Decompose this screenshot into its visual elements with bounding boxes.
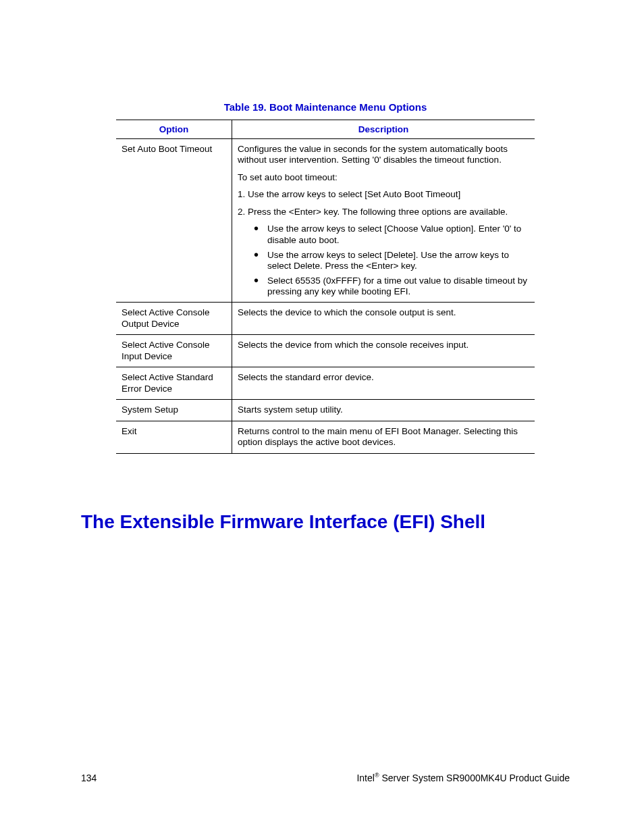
bullet-item: Select 65535 (0xFFFF) for a time out val… [254,276,529,297]
header-description: Description [232,120,535,139]
footer-brand: Intel [356,773,374,783]
cell-option: Exit [116,421,232,453]
page-number: 134 [81,773,97,783]
section-heading: The Extensible Firmware Interface (EFI) … [81,511,570,533]
desc-text: 2. Press the <Enter> key. The following … [238,207,529,217]
table-caption: Table 19. Boot Maintenance Menu Options [81,101,570,113]
page: Table 19. Boot Maintenance Menu Options … [0,0,644,834]
cell-description: Selects the standard error device. [232,367,535,400]
cell-option: System Setup [116,400,232,421]
desc-text: To set auto boot timeout: [238,172,529,183]
registered-icon: ® [375,772,379,779]
cell-option: Select Active Standard Error Device [116,367,232,400]
cell-option: Set Auto Boot Timeout [116,139,232,303]
cell-description: Configures the value in seconds for the … [232,139,535,303]
table-row: Set Auto Boot Timeout Configures the val… [116,139,535,303]
table-row: System Setup Starts system setup utility… [116,400,535,421]
desc-text: 1. Use the arrow keys to select [Set Aut… [238,189,529,200]
cell-description: Starts system setup utility. [232,400,535,421]
header-option: Option [116,120,232,139]
bullet-list: Use the arrow keys to select [Choose Val… [238,224,529,297]
page-footer: 134 Intel® Server System SR9000MK4U Prod… [81,772,570,783]
table-row: Select Active Console Input Device Selec… [116,335,535,367]
desc-text: Configures the value in seconds for the … [238,144,529,166]
table-row: Select Active Standard Error Device Sele… [116,367,535,400]
cell-description: Returns control to the main menu of EFI … [232,421,535,453]
bullet-item: Use the arrow keys to select [Delete]. U… [254,250,529,271]
table-row: Exit Returns control to the main menu of… [116,421,535,453]
table-row: Select Active Console Output Device Sele… [116,303,535,335]
cell-option: Select Active Console Output Device [116,303,232,335]
table-header-row: Option Description [116,120,535,139]
cell-description: Selects the device to which the console … [232,303,535,335]
footer-product: Intel® Server System SR9000MK4U Product … [356,772,570,783]
bullet-item: Use the arrow keys to select [Choose Val… [254,224,529,245]
cell-option: Select Active Console Input Device [116,335,232,367]
boot-maintenance-table: Option Description Set Auto Boot Timeout… [116,120,535,454]
cell-description: Selects the device from which the consol… [232,335,535,367]
footer-product-name: Server System SR9000MK4U Product Guide [379,773,570,783]
